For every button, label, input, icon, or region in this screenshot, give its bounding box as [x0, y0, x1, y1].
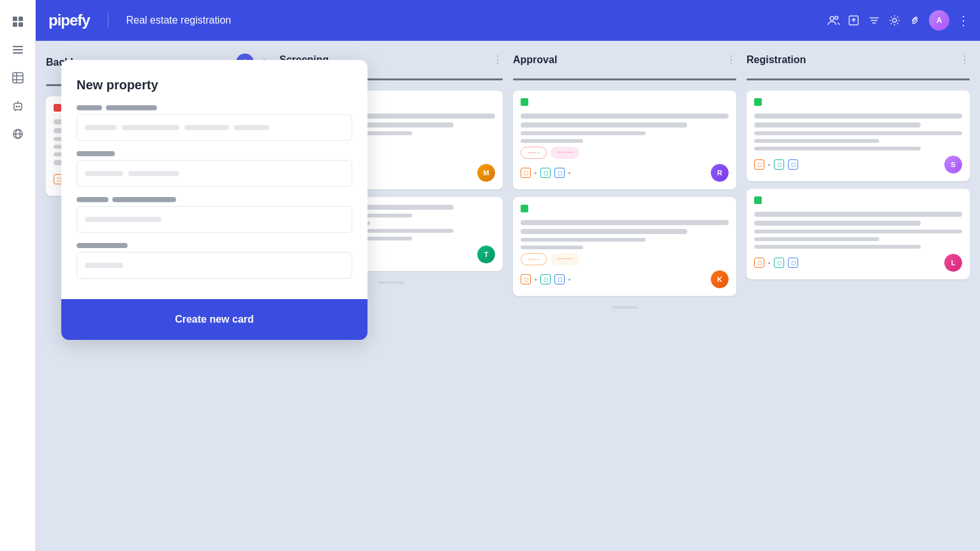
new-property-modal: New property — [61, 60, 368, 340]
card-avatar-a2: K — [711, 270, 729, 288]
badge-a1-1: ······· — [521, 147, 547, 159]
form-label-4 — [77, 243, 352, 248]
approval-column-line — [513, 78, 736, 80]
card-icon-a1: ◻ — [521, 168, 531, 178]
card-icon-r1: ◻ — [754, 159, 764, 170]
sidebar-icon-grid[interactable] — [6, 10, 29, 33]
header: pipefy Real estate registration A ⋮ — [36, 0, 980, 41]
card-icon-a23: ◻ — [554, 274, 565, 284]
modal-title: New property — [77, 78, 352, 92]
card-avatar-r1: S — [944, 156, 962, 173]
svg-rect-0 — [13, 17, 17, 21]
sidebar — [0, 0, 36, 551]
card-badges-a2: ······· ········· — [521, 253, 729, 265]
users-icon[interactable] — [827, 14, 840, 27]
more-icon[interactable]: ⋮ — [957, 13, 970, 28]
svg-point-22 — [835, 17, 838, 20]
form-input-1[interactable] — [77, 114, 352, 141]
form-label-3 — [77, 197, 352, 202]
card-icon-a3: ◻ — [554, 168, 565, 178]
sidebar-icon-list[interactable] — [6, 38, 29, 61]
card-badges-a1: ······· ········· — [521, 147, 729, 159]
card-icon-r3: ◻ — [788, 159, 798, 170]
column-title-registration: Registration — [746, 54, 954, 66]
svg-rect-3 — [19, 22, 23, 27]
approval-menu-icon[interactable]: ⋮ — [726, 54, 736, 66]
svg-point-12 — [15, 106, 17, 108]
approval-scroll — [612, 306, 637, 309]
svg-point-13 — [18, 106, 20, 108]
badge-a2-1: ······· — [521, 253, 547, 265]
modal-footer: Create new card — [61, 299, 368, 340]
svg-rect-5 — [13, 49, 23, 50]
svg-point-15 — [17, 101, 19, 103]
card-icons-r2: ◻ ◻ ◻ — [754, 258, 798, 268]
header-actions: A ⋮ — [827, 10, 970, 31]
card-icon-a21: ◻ — [521, 274, 531, 284]
sidebar-icon-bot[interactable] — [6, 94, 29, 117]
svg-rect-7 — [13, 73, 23, 83]
board-area: Backlog + ⋮ ◻ — [36, 41, 980, 551]
user-avatar[interactable]: A — [929, 10, 949, 31]
screening-menu-icon[interactable]: ⋮ — [493, 54, 503, 66]
card-footer-r2: ◻ ◻ ◻ L — [754, 254, 962, 272]
registration-column-line — [746, 78, 970, 80]
modal-body: New property — [61, 60, 368, 289]
filter-icon[interactable] — [868, 14, 880, 27]
sidebar-icon-table[interactable] — [6, 66, 29, 89]
card-icons-a1: ◻ ◻ ◻ — [521, 168, 570, 178]
column-header-approval: Approval ⋮ — [513, 51, 736, 71]
card-tags-a1 — [521, 98, 729, 110]
card-avatar-r2: L — [944, 254, 962, 272]
column-header-registration: Registration ⋮ — [746, 51, 970, 71]
badge-a2-2: ········· — [551, 253, 579, 265]
tag-green-r2 — [754, 196, 762, 204]
link-icon[interactable] — [909, 14, 921, 27]
form-label-2 — [77, 151, 352, 156]
svg-rect-6 — [13, 52, 23, 54]
header-logo: pipefy Real estate registration — [48, 11, 231, 29]
card-icons-r1: ◻ ◻ ◻ — [754, 159, 798, 170]
sidebar-icon-globe[interactable] — [6, 122, 29, 145]
header-title: Real estate registration — [126, 15, 232, 26]
card-approval-2: ······· ········· ◻ ◻ ◻ K — [513, 197, 736, 296]
form-input-3[interactable] — [77, 206, 352, 233]
svg-rect-4 — [13, 46, 23, 47]
card-registration-2: ◻ ◻ ◻ L — [746, 189, 970, 279]
card-icon-a2: ◻ — [540, 168, 551, 178]
registration-menu-icon[interactable]: ⋮ — [960, 54, 970, 66]
card-icons-a2: ◻ ◻ ◻ — [521, 274, 570, 284]
card-icon-r22: ◻ — [774, 258, 784, 268]
card-footer-a2: ◻ ◻ ◻ K — [521, 270, 729, 288]
settings-icon[interactable] — [888, 14, 901, 27]
tag-green-a1 — [521, 98, 528, 106]
card-icon-r23: ◻ — [788, 258, 798, 268]
create-new-card-button[interactable]: Create new card — [61, 299, 368, 340]
card-tags-r1 — [754, 98, 962, 110]
form-input-2[interactable] — [77, 160, 352, 187]
form-group-2 — [77, 151, 352, 187]
svg-rect-11 — [14, 103, 22, 110]
column-approval: Approval ⋮ ······· ········· — [513, 51, 736, 541]
column-registration: Registration ⋮ ◻ — [746, 51, 970, 541]
tag-green-a2 — [521, 205, 528, 212]
app-name: pipefy — [48, 11, 90, 29]
badge-a1-2: ········· — [551, 147, 579, 159]
screening-scroll — [378, 281, 404, 284]
form-group-4 — [77, 243, 352, 279]
export-icon[interactable] — [847, 14, 860, 27]
svg-rect-1 — [19, 17, 23, 21]
svg-point-28 — [893, 18, 896, 22]
svg-rect-2 — [13, 22, 17, 27]
tag-green-r1 — [754, 98, 762, 106]
card-tags-a2 — [521, 205, 729, 216]
form-group-1 — [77, 105, 352, 141]
card-footer-a1: ◻ ◻ ◻ R — [521, 164, 729, 182]
card-avatar-a1: R — [711, 164, 729, 182]
svg-point-21 — [830, 17, 834, 20]
form-input-4[interactable] — [77, 252, 352, 279]
main-area: pipefy Real estate registration A ⋮ — [36, 0, 980, 551]
tag-red — [54, 104, 61, 112]
form-label-1 — [77, 105, 352, 110]
card-icon-r2: ◻ — [774, 159, 784, 170]
